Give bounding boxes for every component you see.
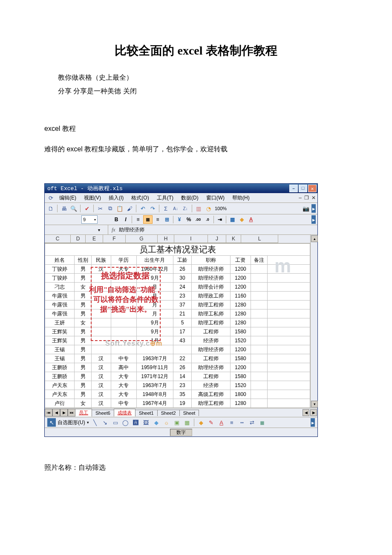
cell[interactable]: 汉 <box>91 390 111 399</box>
cell[interactable]: 月 <box>137 292 173 301</box>
bold-button[interactable]: B <box>112 216 121 223</box>
tab-employee[interactable]: 员工 <box>75 409 92 416</box>
cell[interactable] <box>268 327 310 336</box>
name-box[interactable]: ▾ <box>45 225 108 234</box>
col-header-l[interactable]: L <box>241 235 278 243</box>
cell[interactable]: 30 <box>173 274 192 283</box>
menu-tools[interactable]: 工具(T) <box>153 194 177 202</box>
fill-color-button[interactable]: ◆ <box>237 216 246 223</box>
cell[interactable]: 1200 <box>230 274 251 283</box>
cell[interactable]: 大专 <box>111 372 136 381</box>
col-header-j[interactable]: J <box>208 235 226 243</box>
cell[interactable]: 经济师 <box>192 381 230 390</box>
preview-icon[interactable]: 🔍 <box>69 204 78 213</box>
tab-prev-icon[interactable]: ◀ <box>52 409 60 416</box>
hdr-edu[interactable]: 学历 <box>111 256 136 265</box>
cell[interactable] <box>268 363 310 372</box>
cell[interactable]: 1967年4月 <box>137 399 173 408</box>
cell[interactable]: 王锡 <box>45 354 75 363</box>
cell[interactable]: 男 <box>75 292 91 301</box>
align-right-button[interactable]: ≡ <box>153 216 162 223</box>
cell[interactable]: 24 <box>173 283 192 292</box>
close-button[interactable]: ✕ <box>308 185 317 192</box>
cell[interactable] <box>251 318 268 327</box>
cell[interactable]: 男 <box>75 336 91 345</box>
cell[interactable]: 1580 <box>230 354 251 363</box>
hdr-nation[interactable]: 民族 <box>91 256 111 265</box>
cell[interactable] <box>268 354 310 363</box>
mdi-restore-icon[interactable]: ❐ <box>304 195 309 201</box>
cell[interactable] <box>251 399 268 408</box>
arrow-style-icon[interactable]: ⇄ <box>248 418 257 427</box>
tab-sheet2[interactable]: Sheet2 <box>157 410 180 416</box>
col-header-h[interactable]: H <box>158 235 174 243</box>
cell[interactable] <box>91 309 111 318</box>
cell[interactable]: 经济师 <box>192 336 230 345</box>
shadow-icon[interactable]: ◼ <box>258 418 267 427</box>
line-icon[interactable]: ╲ <box>91 418 99 427</box>
cell[interactable]: 男 <box>75 363 91 372</box>
cell[interactable]: 男 <box>75 309 91 318</box>
cell[interactable]: 35 <box>173 390 192 399</box>
vertical-scrollbar[interactable]: ▴ ▾ <box>310 235 317 408</box>
cell[interactable]: 月 <box>137 309 173 318</box>
cell[interactable]: 1580 <box>230 327 251 336</box>
cell[interactable]: 男 <box>75 345 91 354</box>
cell[interactable]: 5 <box>173 318 192 327</box>
fill-icon[interactable]: ◆ <box>197 418 205 427</box>
cell[interactable]: 1280 <box>230 309 251 318</box>
cell[interactable]: 王鹏骄 <box>45 372 75 381</box>
cell[interactable]: 卢天东 <box>45 381 75 390</box>
cell[interactable] <box>268 381 310 390</box>
tab-sheet[interactable]: Sheet <box>179 410 199 416</box>
tab-sheet1[interactable]: Sheet1 <box>135 410 158 416</box>
sort-desc-icon[interactable]: Z↓ <box>181 204 190 213</box>
format-options-icon[interactable]: ▸ <box>311 215 316 224</box>
cell[interactable] <box>251 283 268 292</box>
cell[interactable]: 助理工程师 <box>192 301 230 309</box>
camera-icon[interactable]: 📷 <box>302 204 310 213</box>
cell[interactable]: 男 <box>75 301 91 309</box>
cell[interactable]: 卢天东 <box>45 390 75 399</box>
cell[interactable]: 大专 <box>111 381 136 390</box>
cell[interactable]: 男 <box>75 372 91 381</box>
redo-icon[interactable]: ↷ <box>148 204 157 213</box>
cell[interactable] <box>111 283 136 292</box>
paste-icon[interactable]: 📋 <box>115 204 124 213</box>
col-header-g[interactable]: G <box>126 235 158 243</box>
mdi-close-icon[interactable]: ✕ <box>311 195 316 201</box>
cell[interactable] <box>91 283 111 292</box>
cell[interactable]: 女 <box>75 318 91 327</box>
cell[interactable] <box>251 336 268 345</box>
cell[interactable]: 26 <box>173 363 192 372</box>
menu-data[interactable]: 数据(D) <box>178 194 202 202</box>
cell[interactable]: 大专 <box>111 265 136 274</box>
cell[interactable]: 男 <box>75 265 91 274</box>
fontsize-input[interactable]: 9▾ <box>81 215 98 224</box>
cell[interactable] <box>111 292 136 301</box>
menu-help[interactable]: 帮助(H) <box>229 194 253 202</box>
menu-window[interactable]: 窗口(W) <box>203 194 228 202</box>
cell[interactable] <box>268 292 310 301</box>
picture-icon[interactable]: ▣ <box>173 418 181 427</box>
clipart-icon[interactable]: ☼ <box>162 418 171 427</box>
diagram-icon[interactable]: ◆ <box>152 418 161 427</box>
cell[interactable]: 汉 <box>91 372 111 381</box>
cell[interactable] <box>268 301 310 309</box>
col-header-i[interactable]: I <box>174 235 208 243</box>
tab-next-icon[interactable]: ▶ <box>60 409 68 416</box>
col-header-c[interactable]: C <box>45 235 71 243</box>
menu-insert[interactable]: 插入(I) <box>105 194 127 202</box>
cell[interactable] <box>91 301 111 309</box>
format-painter-icon[interactable]: 🖌 <box>125 204 134 213</box>
cell[interactable]: 1280 <box>230 399 251 408</box>
cell[interactable] <box>91 327 111 336</box>
cell[interactable] <box>91 274 111 283</box>
cell[interactable]: 大专 <box>111 390 136 399</box>
merge-button[interactable]: ⊞ <box>163 216 171 223</box>
cell[interactable]: 工程师 <box>192 327 230 336</box>
textbox-icon[interactable]: 🅰 <box>132 418 140 427</box>
cell[interactable]: 1520 <box>230 381 251 390</box>
cell[interactable]: 助理工程师 <box>192 399 230 408</box>
cell[interactable]: 工程师 <box>192 354 230 363</box>
